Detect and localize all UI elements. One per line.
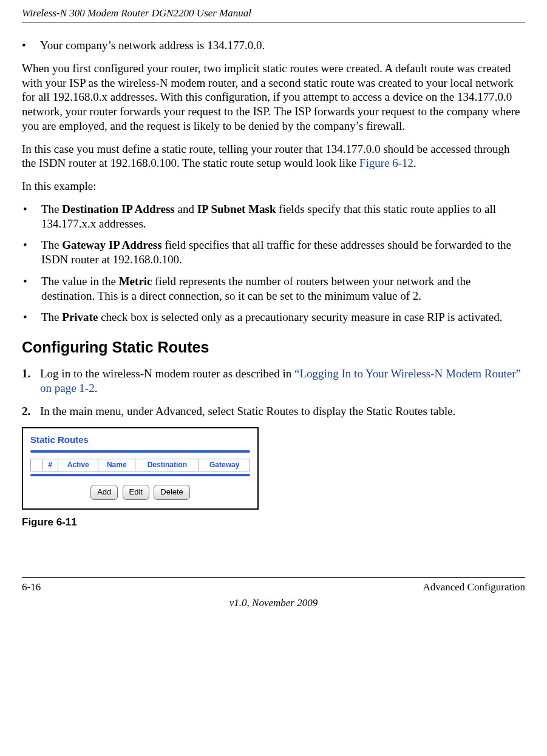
static-routes-screenshot: Static Routes # Active Name Destination … [22,427,259,510]
figure: Static Routes # Active Name Destination … [22,427,525,528]
text-run: . [95,382,98,394]
section-heading: Configuring Static Routes [22,338,525,357]
bold-term: Gateway IP Address [62,238,161,251]
bold-term: IP Subnet Mask [197,203,276,215]
step-text: Log in to the wireless-N modem router as… [40,366,525,396]
bullet-marker: • [22,274,41,303]
text-run: and [175,203,197,215]
bold-term: Destination IP Address [62,203,174,215]
table-header-row: # Active Name Destination Gateway [31,459,250,471]
divider [30,474,250,476]
divider [30,450,250,453]
bullet-marker: • [22,310,41,325]
column-header-name: Name [98,459,135,471]
list-item: • The Private check box is selected only… [22,310,525,325]
column-header-number: # [42,459,58,471]
example-bullet-list: • The Destination IP Address and IP Subn… [22,202,525,325]
edit-button[interactable]: Edit [123,485,149,499]
figure-xref-link[interactable]: Figure 6-12 [359,157,413,169]
list-item: • The value in the Metric field represen… [22,274,525,303]
bullet-marker: • [22,38,40,53]
static-routes-table: # Active Name Destination Gateway [30,459,250,471]
footer-row: 6-16 Advanced Configuration [22,578,525,593]
header-title: Wireless-N 300 Modem Router DGN2200 User… [22,7,251,19]
page-number: 6-16 [22,581,41,593]
bold-term: Private [62,311,98,323]
bullet-text: The Destination IP Address and IP Subnet… [41,202,525,231]
delete-button[interactable]: Delete [154,485,190,499]
step-number: 2. [22,404,40,419]
text-run: The [41,238,62,251]
page-header: Wireless-N 300 Modem Router DGN2200 User… [22,0,525,22]
button-row: Add Edit Delete [30,484,250,499]
bullet-marker: • [22,238,41,267]
numbered-steps: 1. Log in to the wireless-N modem router… [22,366,525,418]
footer-section: Advanced Configuration [423,581,525,593]
bullet-marker: • [22,202,41,231]
intro-bullet: • Your company’s network address is 134.… [22,38,525,53]
paragraph: In this case you must define a static ro… [22,142,525,171]
text-run: The [41,203,62,215]
bullet-text: Your company’s network address is 134.17… [40,38,525,53]
step-item: 2. In the main menu, under Advanced, sel… [22,404,525,419]
column-header-select [31,459,42,471]
text-run: The value in the [41,275,119,288]
column-header-active: Active [58,459,98,471]
step-item: 1. Log in to the wireless-N modem router… [22,366,525,396]
step-text: In the main menu, under Advanced, select… [40,404,455,419]
add-button[interactable]: Add [90,485,118,499]
page-content: • Your company’s network address is 134.… [22,22,525,528]
paragraph: In this example: [22,179,525,194]
column-header-destination: Destination [135,459,199,471]
bullet-text: The Gateway IP Address field specifies t… [41,238,525,267]
paragraph: When you first configured your router, t… [22,61,525,133]
text-run: check box is selected only as a precauti… [98,311,502,323]
text-run: The [41,311,62,323]
text-run: In this case you must define a static ro… [22,143,510,170]
bullet-text: The value in the Metric field represents… [41,274,525,303]
footer-version: v1.0, November 2009 [22,597,525,609]
page-footer: 6-16 Advanced Configuration v1.0, Novemb… [22,577,525,609]
step-number: 1. [22,366,40,396]
figure-caption: Figure 6-11 [22,516,525,528]
list-item: • The Gateway IP Address field specifies… [22,238,525,267]
text-run: Log in to the wireless-N modem router as… [40,367,294,380]
column-header-gateway: Gateway [199,459,250,471]
list-item: • The Destination IP Address and IP Subn… [22,202,525,231]
bold-term: Metric [119,275,152,288]
text-run: . [413,157,416,169]
panel-title: Static Routes [30,434,250,446]
bullet-text: The Private check box is selected only a… [41,310,525,325]
